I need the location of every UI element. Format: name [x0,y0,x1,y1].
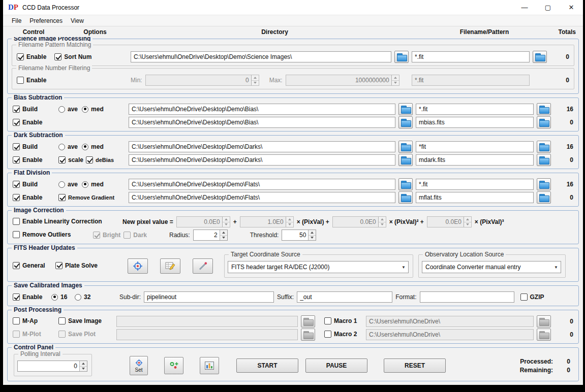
pause-button[interactable]: PAUSE [305,358,367,373]
macro2-browse-button[interactable] [537,329,551,341]
bias-enable-directory-input[interactable]: C:\Users\ehmul\OneDrive\Desktop\Demo\Bia… [129,117,395,128]
flat-med-radio[interactable]: med [82,181,104,188]
coef1-spinner[interactable]: 1.0E0 [240,216,294,227]
reset-button[interactable]: RESET [384,358,446,373]
dark-build-directory-input[interactable]: C:\Users\ehmul\OneDrive\Desktop\Demo\Dar… [129,141,395,152]
marker-add-button[interactable] [164,357,183,374]
dark-master-file-input[interactable]: mdark.fits [416,154,534,166]
spinner-down-icon[interactable] [464,222,471,227]
save-image-checkbox[interactable]: Save Image [58,317,102,324]
spinner-down-icon[interactable] [220,236,227,241]
save-image-browse-button[interactable] [301,315,315,328]
spinner-up-icon[interactable] [80,361,87,367]
bias-build-pattern-input[interactable]: *.fit [416,104,534,115]
spinner-up-icon[interactable] [464,217,471,222]
spinner-down-icon[interactable] [309,236,316,241]
save-plot-checkbox[interactable]: Save Plot [58,331,96,338]
bits-16-radio[interactable]: 16 [51,293,72,301]
edit-header-button[interactable] [160,258,180,274]
set-button[interactable]: Set [130,356,148,375]
spinner-up-icon[interactable] [379,217,386,222]
polling-interval-spinner[interactable]: 0 [17,361,87,372]
flat-enable-directory-browse-button[interactable] [398,191,413,204]
dark-master-file-browse-button[interactable] [537,154,551,166]
spinner-down-icon[interactable] [80,367,87,372]
dark-build-checkbox[interactable]: Build [13,143,38,150]
general-checkbox[interactable]: General [13,262,45,269]
suffix-input[interactable]: _out [297,291,392,303]
spinner-up-icon[interactable] [392,75,399,81]
flat-build-directory-browse-button[interactable] [398,178,413,190]
bias-build-directory-input[interactable]: C:\Users\ehmul\OneDrive\Desktop\Demo\Bia… [129,104,395,115]
plate-solve-tool-button[interactable] [193,258,213,274]
science-directory-browse-button[interactable] [394,51,409,63]
flat-ave-radio[interactable]: ave [58,181,78,188]
remove-outliers-checkbox[interactable]: Remove Outliers [13,231,71,238]
science-directory-input[interactable]: C:\Users\ehmul\OneDrive\Desktop\Demo\Sci… [131,51,391,62]
save-plot-path-input[interactable] [116,329,298,340]
spinner-up-icon[interactable] [252,75,259,81]
science-pattern-browse-button[interactable] [533,51,547,63]
max-spinner[interactable]: 1000000000 [286,75,399,86]
dark-debias-checkbox[interactable]: deBias [86,156,114,164]
bias-master-file-browse-button[interactable] [537,116,551,128]
dark-build-pattern-browse-button[interactable] [537,141,551,153]
dark-build-directory-browse-button[interactable] [398,141,413,153]
coef0-spinner[interactable]: 0.0E0 [176,216,230,227]
macro1-checkbox[interactable]: Macro 1 [324,317,357,324]
radius-spinner[interactable]: 2 [193,230,228,241]
dark-ave-radio[interactable]: ave [58,143,78,150]
spinner-down-icon[interactable] [286,222,293,227]
remove-gradient-checkbox[interactable]: Remove Gradient [58,194,114,201]
flat-master-file-browse-button[interactable] [537,191,551,204]
save-plot-browse-button[interactable] [301,329,315,341]
bias-build-checkbox[interactable]: Build [13,106,38,113]
macro1-browse-button[interactable] [537,315,551,328]
flat-enable-checkbox[interactable]: Enable [13,194,42,201]
subdir-input[interactable]: pipelineout [144,291,274,303]
flat-build-checkbox[interactable]: Build [13,181,38,188]
dark-scale-checkbox[interactable]: scale [58,156,83,164]
flat-build-pattern-browse-button[interactable] [537,178,551,190]
bias-build-pattern-browse-button[interactable] [537,103,551,115]
macro2-checkbox[interactable]: Macro 2 [324,331,357,338]
maximize-button[interactable]: ▢ [536,0,560,15]
bias-master-file-input[interactable]: mbias.fits [416,117,534,128]
spinner-up-icon[interactable] [220,230,227,236]
bias-med-radio[interactable]: med [82,106,104,113]
flat-enable-directory-input[interactable]: C:\Users\ehmul\OneDrive\Desktop\Demo\Fla… [129,192,395,203]
plate-solve-checkbox[interactable]: Plate Solve [55,262,98,269]
menu-view[interactable]: View [67,16,87,25]
target-coordinates-button[interactable] [128,258,148,274]
sort-num-checkbox[interactable]: Sort Num [54,53,91,60]
target-coordinate-source-select[interactable]: FITS header target RA/DEC (J2000) ▼ [228,261,409,273]
macro2-path-input[interactable]: C:\Users\ehmul\OneDrive\ [366,329,534,340]
format-input[interactable] [420,291,514,303]
spinner-up-icon[interactable] [286,217,293,222]
dark-enable-checkbox[interactable]: Enable [13,156,42,164]
bias-enable-directory-browse-button[interactable] [398,116,413,128]
science-enable-checkbox[interactable]: Enable [17,53,46,60]
dark-enable-directory-input[interactable]: C:\Users\ehmul\OneDrive\Desktop\Demo\Dar… [129,154,395,166]
spinner-down-icon[interactable] [379,222,386,227]
menu-file[interactable]: File [8,16,25,25]
filtering-enable-checkbox[interactable]: Enable [17,77,46,84]
threshold-spinner[interactable]: 50 [282,230,316,241]
m-ap-checkbox[interactable]: M-Ap [13,317,38,324]
minimize-button[interactable]: — [513,0,536,15]
bias-ave-radio[interactable]: ave [58,106,78,113]
filtering-pattern-input[interactable]: *.fit [412,75,530,86]
flat-build-directory-input[interactable]: C:\Users\ehmul\OneDrive\Desktop\Demo\Fla… [129,179,395,190]
dark-build-pattern-input[interactable]: *fit [416,141,534,152]
histogram-button[interactable] [200,357,219,374]
save-image-path-input[interactable] [116,316,298,327]
dark-med-radio[interactable]: med [82,143,104,150]
dark-enable-directory-browse-button[interactable] [398,154,413,166]
bias-enable-checkbox[interactable]: Enable [13,119,42,126]
spinner-down-icon[interactable] [223,222,230,227]
save-enable-checkbox[interactable]: Enable [13,293,48,301]
gzip-checkbox[interactable]: GZIP [520,293,544,301]
start-button[interactable]: START [236,358,298,373]
science-pattern-input[interactable]: *.fit [412,51,530,62]
bright-checkbox[interactable]: Bright [93,232,120,239]
